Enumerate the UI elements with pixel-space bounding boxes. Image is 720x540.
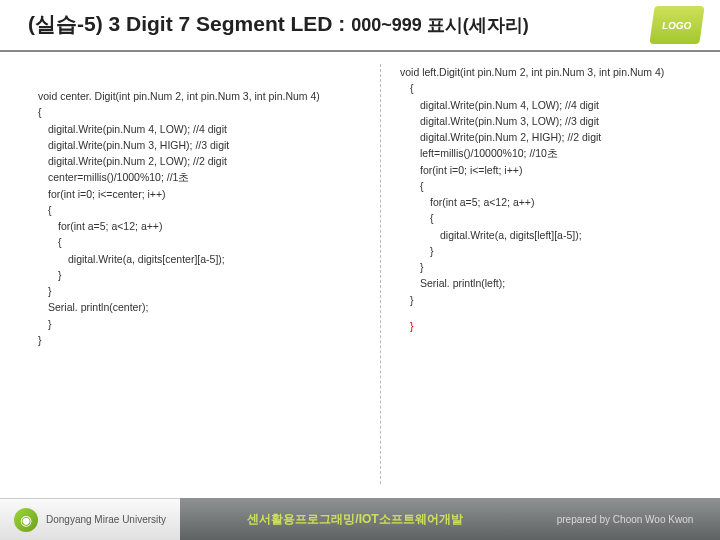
- code-line: for(int a=5; a<12; a++): [400, 194, 700, 210]
- code-line: }: [400, 318, 700, 334]
- code-line: digital.Write(pin.Num 3, LOW); //3 digit: [400, 113, 700, 129]
- code-line: digital.Write(a, digits[left][a-5]);: [400, 227, 700, 243]
- code-line: digital.Write(pin.Num 4, LOW); //4 digit: [400, 97, 700, 113]
- code-line: center=millis()/1000%10; //1초: [38, 169, 338, 185]
- code-line: }: [38, 316, 338, 332]
- university-name: Dongyang Mirae University: [46, 514, 166, 525]
- code-line: Serial. println(center);: [38, 299, 338, 315]
- code-line: digital.Write(pin.Num 3, HIGH); //3 digi…: [38, 137, 338, 153]
- code-line: left=millis()/10000%10; //10초: [400, 145, 700, 161]
- code-line: {: [400, 178, 700, 194]
- prepared-by: prepared by Choon Woo Kwon: [557, 514, 694, 525]
- column-divider: [380, 64, 381, 484]
- code-line: void left.Digit(int pin.Num 2, int pin.N…: [400, 64, 700, 80]
- footer-prepared: prepared by Choon Woo Kwon: [530, 498, 720, 540]
- code-line: for(int i=0; i<=center; i++): [38, 186, 338, 202]
- content-area: void center. Digit(int pin.Num 2, int pi…: [0, 52, 720, 497]
- footer-course: 센서활용프로그래밍/IOT소프트웨어개발: [180, 498, 530, 540]
- code-line: digital.Write(pin.Num 2, HIGH); //2 digi…: [400, 129, 700, 145]
- code-line: Serial. println(left);: [400, 275, 700, 291]
- code-line: {: [38, 104, 338, 120]
- code-line: {: [400, 210, 700, 226]
- code-line: {: [38, 202, 338, 218]
- code-line: for(int a=5; a<12; a++): [38, 218, 338, 234]
- slide-footer: ◉ Dongyang Mirae University 센서활용프로그래밍/IO…: [0, 498, 720, 540]
- code-line: digital.Write(pin.Num 4, LOW); //4 digit: [38, 121, 338, 137]
- code-line: {: [400, 80, 700, 96]
- code-line: }: [38, 267, 338, 283]
- code-line: {: [38, 234, 338, 250]
- code-line: }: [38, 332, 338, 348]
- code-line: for(int i=0; i<=left; i++): [400, 162, 700, 178]
- code-left-column: void center. Digit(int pin.Num 2, int pi…: [38, 88, 338, 348]
- code-line: digital.Write(pin.Num 2, LOW); //2 digit: [38, 153, 338, 169]
- code-line: }: [400, 243, 700, 259]
- logo-text: LOGO: [661, 20, 692, 31]
- footer-university: ◉ Dongyang Mirae University: [0, 498, 180, 540]
- code-line: digital.Write(a, digits[center][a-5]);: [38, 251, 338, 267]
- course-name: 센서활용프로그래밍/IOT소프트웨어개발: [247, 511, 462, 528]
- page-title: (실습-5) 3 Digit 7 Segment LED : 000~999 표…: [0, 0, 720, 38]
- title-suffix: 000~999 표시(세자리): [351, 15, 529, 35]
- logo-badge: LOGO: [649, 6, 704, 44]
- slide-header: (실습-5) 3 Digit 7 Segment LED : 000~999 표…: [0, 0, 720, 52]
- code-right-column: void left.Digit(int pin.Num 2, int pin.N…: [400, 64, 700, 334]
- code-line: }: [38, 283, 338, 299]
- university-logo-icon: ◉: [14, 508, 38, 532]
- code-line: }: [400, 292, 700, 308]
- title-prefix: (실습-5) 3 Digit 7 Segment LED :: [28, 12, 351, 35]
- spacer: [400, 308, 700, 318]
- code-line: void center. Digit(int pin.Num 2, int pi…: [38, 88, 338, 104]
- code-line: }: [400, 259, 700, 275]
